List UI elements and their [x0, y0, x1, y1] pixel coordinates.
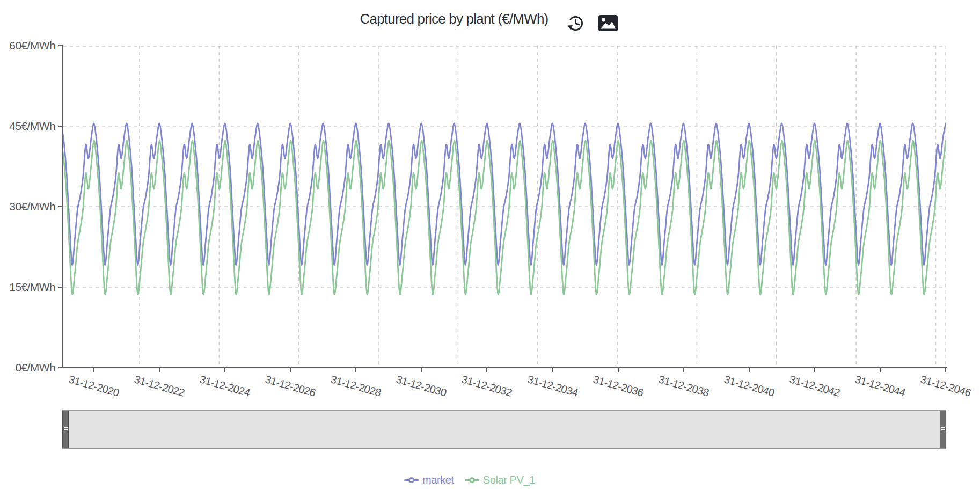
chart-canvas: Captured price by plant (€/MWh) 0€/MWh15… — [0, 0, 980, 497]
x-axis-label: 31-12-2040 — [713, 370, 785, 401]
x-axis-tick — [355, 368, 356, 372]
y-axis-label: 60€/MWh — [0, 39, 55, 52]
x-axis-tick — [159, 368, 160, 372]
legend: market Solar PV_1 — [0, 474, 939, 486]
x-axis-label: 31-12-2044 — [844, 370, 916, 401]
y-axis-tick — [58, 367, 62, 368]
series-lines — [63, 123, 946, 294]
series-line-solar-pv-1[interactable] — [63, 141, 946, 294]
x-axis-label: 31-12-2028 — [320, 370, 392, 401]
x-axis-label: 31-12-2036 — [582, 370, 654, 401]
y-axis-tick — [58, 206, 62, 207]
y-axis-line — [62, 45, 63, 368]
save-as-image-icon[interactable] — [597, 12, 619, 34]
x-axis-tick — [814, 368, 815, 372]
x-axis-tick — [749, 368, 750, 372]
restore-icon[interactable] — [566, 13, 586, 33]
drag-grip-icon — [64, 427, 68, 428]
x-axis-tick — [93, 368, 94, 372]
solar-pv-line-marker-icon — [465, 477, 479, 484]
x-axis-tick — [421, 368, 422, 372]
legend-label-solar-pv-1: Solar PV_1 — [483, 474, 535, 486]
x-axis-label: 31-12-2024 — [189, 370, 261, 401]
x-axis-label: 31-12-2020 — [58, 370, 130, 401]
x-axis-tick — [683, 368, 684, 372]
datazoom-right-handle[interactable] — [940, 411, 946, 448]
x-axis-label: 31-12-2030 — [386, 370, 457, 401]
y-axis-tick — [58, 287, 62, 288]
y-axis-label: 45€/MWh — [0, 120, 55, 133]
x-axis-label: 31-12-2032 — [451, 370, 523, 401]
datazoom-left-handle[interactable] — [62, 411, 69, 448]
x-axis-tick — [618, 368, 619, 372]
market-line-marker-icon — [404, 477, 419, 484]
x-axis-label: 31-12-2034 — [517, 370, 588, 401]
y-axis-tick — [58, 45, 62, 46]
y-axis-label: 0€/MWh — [0, 361, 55, 374]
x-axis-tick — [552, 368, 553, 372]
legend-label-market: market — [422, 474, 454, 486]
x-axis-tick — [224, 368, 225, 372]
plot-area[interactable] — [63, 46, 946, 368]
x-axis-label: 31-12-2026 — [255, 370, 326, 401]
x-axis-label: 31-12-2046 — [910, 370, 980, 401]
x-axis-label: 31-12-2022 — [124, 370, 195, 401]
x-axis-tick — [290, 368, 291, 372]
y-axis-tick — [58, 126, 62, 127]
x-axis-tick — [880, 368, 881, 372]
datazoom-slider[interactable] — [62, 410, 946, 449]
x-axis-label: 31-12-2038 — [648, 370, 719, 401]
picture-icon — [597, 12, 619, 34]
drag-grip-icon — [941, 427, 945, 428]
chart-title: Captured price by plant (€/MWh) — [0, 11, 908, 27]
legend-item-market[interactable]: market — [404, 474, 454, 486]
x-axis-label: 31-12-2042 — [779, 370, 850, 401]
restore-history-icon — [566, 13, 586, 33]
x-axis-tick — [945, 368, 946, 372]
y-axis-label: 15€/MWh — [0, 281, 55, 294]
x-axis-tick — [486, 368, 487, 372]
y-axis-label: 30€/MWh — [0, 200, 55, 213]
legend-item-solar-pv-1[interactable]: Solar PV_1 — [465, 474, 535, 486]
